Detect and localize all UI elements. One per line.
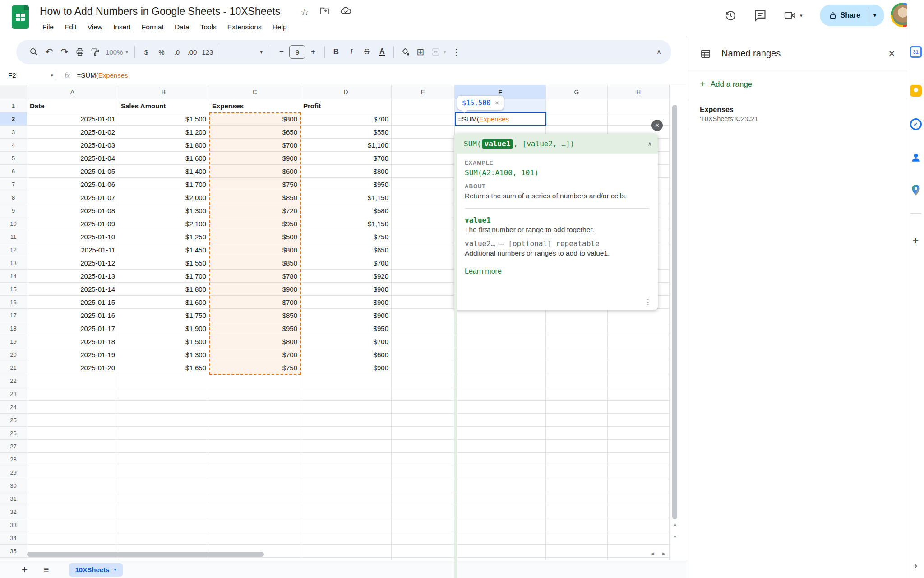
comments-icon[interactable] (754, 9, 767, 22)
name-box[interactable]: F2 ▾ (0, 71, 53, 79)
row-header-9[interactable]: 9 (0, 204, 27, 217)
cell-D29[interactable] (300, 466, 392, 479)
cloud-status-icon[interactable] (341, 6, 351, 18)
named-range-item-expenses[interactable]: Expenses '10XSheets'!C2:C21 (688, 98, 907, 129)
cell-B18[interactable]: $1,900 (118, 322, 209, 335)
strikethrough-button[interactable]: S (359, 44, 374, 60)
horizontal-scrollbar[interactable] (27, 552, 264, 557)
row-header-35[interactable]: 35 (0, 545, 27, 558)
cell-B14[interactable]: $1,700 (118, 270, 209, 283)
cell-D1[interactable]: Profit (300, 99, 392, 112)
menu-help[interactable]: Help (267, 21, 292, 33)
maps-icon[interactable] (910, 184, 921, 198)
cell-H20[interactable] (608, 348, 670, 361)
merge-dropdown-icon[interactable]: ▾ (444, 49, 446, 55)
cell-D6[interactable]: $800 (300, 165, 392, 178)
video-call-dropdown-icon[interactable]: ▾ (800, 13, 803, 19)
cell-E14[interactable] (392, 270, 455, 283)
cell-B28[interactable] (118, 453, 209, 466)
cell-G35[interactable] (546, 545, 608, 558)
cell-E11[interactable] (392, 230, 455, 243)
cell-F36[interactable] (455, 558, 546, 560)
cell-E16[interactable] (392, 296, 455, 309)
cell-G27[interactable] (546, 440, 608, 453)
cell-F21[interactable] (455, 361, 546, 374)
text-color-button[interactable]: A (374, 44, 390, 60)
cell-G31[interactable] (546, 492, 608, 505)
cell-A31[interactable] (27, 492, 118, 505)
add-sheet-button[interactable]: + (22, 564, 28, 576)
all-sheets-icon[interactable]: ≡ (44, 564, 49, 575)
cell-E25[interactable] (392, 414, 455, 427)
row-header-23[interactable]: 23 (0, 387, 27, 401)
cell-B29[interactable] (118, 466, 209, 479)
cell-B5[interactable]: $1,600 (118, 152, 209, 165)
cell-F25[interactable] (455, 414, 546, 427)
cell-B11[interactable]: $1,250 (118, 230, 209, 243)
cell-B33[interactable] (118, 518, 209, 531)
cell-E23[interactable] (392, 387, 455, 401)
cell-H31[interactable] (608, 492, 670, 505)
cell-C23[interactable] (209, 387, 300, 401)
cell-D21[interactable]: $900 (300, 361, 392, 374)
close-function-help-button[interactable]: ✕ (651, 120, 663, 131)
get-addons-button[interactable]: + (913, 235, 919, 247)
cell-D5[interactable]: $700 (300, 152, 392, 165)
row-header-7[interactable]: 7 (0, 178, 27, 191)
cell-G25[interactable] (546, 414, 608, 427)
cell-B2[interactable]: $1,500 (118, 112, 209, 126)
cell-E26[interactable] (392, 427, 455, 440)
cell-E36[interactable] (392, 558, 455, 560)
cell-E24[interactable] (392, 401, 455, 414)
borders-button[interactable]: ⊞ (413, 44, 428, 60)
row-header-16[interactable]: 16 (0, 296, 27, 309)
cell-B27[interactable] (118, 440, 209, 453)
menu-extensions[interactable]: Extensions (222, 21, 267, 33)
move-folder-icon[interactable] (320, 6, 330, 18)
cell-E7[interactable] (392, 178, 455, 191)
cell-A25[interactable] (27, 414, 118, 427)
cell-B34[interactable] (118, 531, 209, 545)
cell-E29[interactable] (392, 466, 455, 479)
cell-D24[interactable] (300, 401, 392, 414)
cell-A29[interactable] (27, 466, 118, 479)
cell-A36[interactable] (27, 558, 118, 560)
menu-file[interactable]: File (37, 21, 59, 33)
cell-B16[interactable]: $1,600 (118, 296, 209, 309)
cell-C21[interactable]: $750 (209, 361, 300, 374)
cell-C14[interactable]: $780 (209, 270, 300, 283)
vertical-scrollbar[interactable] (672, 105, 677, 519)
column-header-C[interactable]: C (209, 85, 300, 99)
format-percent-button[interactable]: % (154, 44, 169, 60)
cell-C31[interactable] (209, 492, 300, 505)
cell-D15[interactable]: $900 (300, 283, 392, 296)
cell-C18[interactable]: $950 (209, 322, 300, 335)
cell-C24[interactable] (209, 401, 300, 414)
cell-B31[interactable] (118, 492, 209, 505)
cell-E31[interactable] (392, 492, 455, 505)
menu-tools[interactable]: Tools (195, 21, 222, 33)
row-header-29[interactable]: 29 (0, 466, 27, 479)
cell-C33[interactable] (209, 518, 300, 531)
cell-E2[interactable] (392, 112, 455, 126)
cell-F19[interactable] (455, 335, 546, 348)
cell-A7[interactable]: 2025-01-06 (27, 178, 118, 191)
cell-A10[interactable]: 2025-01-09 (27, 217, 118, 230)
cell-A14[interactable]: 2025-01-13 (27, 270, 118, 283)
cell-C16[interactable]: $700 (209, 296, 300, 309)
toolbar-more-icon[interactable]: ⋮ (448, 44, 464, 60)
cell-H18[interactable] (608, 322, 670, 335)
cell-B36[interactable] (118, 558, 209, 560)
font-size-input[interactable]: 9 (289, 45, 305, 59)
menu-data[interactable]: Data (169, 21, 195, 33)
cell-H29[interactable] (608, 466, 670, 479)
scroll-down-icon[interactable]: ▼ (672, 535, 678, 539)
cell-G28[interactable] (546, 453, 608, 466)
cell-A4[interactable]: 2025-01-03 (27, 139, 118, 152)
cell-G2[interactable] (546, 112, 608, 126)
menu-edit[interactable]: Edit (59, 21, 82, 33)
cell-D17[interactable]: $900 (300, 309, 392, 322)
fill-color-button[interactable] (397, 44, 413, 60)
cell-E12[interactable] (392, 243, 455, 256)
row-header-19[interactable]: 19 (0, 335, 27, 348)
